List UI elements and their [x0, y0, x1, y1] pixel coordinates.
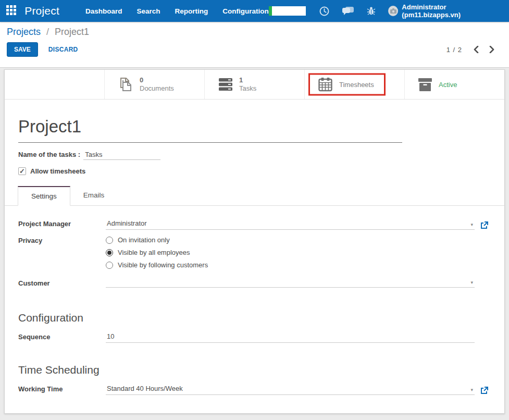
- apps-menu-icon[interactable]: [6, 5, 17, 17]
- clock-icon[interactable]: [319, 6, 329, 16]
- debug-bug-icon[interactable]: [367, 6, 376, 16]
- allow-timesheets-row: ✓ Allow timesheets: [18, 167, 504, 175]
- privacy-option-employees[interactable]: Visible by all employees: [106, 249, 475, 256]
- pager-next-icon[interactable]: [485, 45, 499, 54]
- documents-button[interactable]: 0 Documents: [104, 70, 204, 99]
- tasks-button[interactable]: 1 Tasks: [204, 70, 304, 99]
- project-manager-input[interactable]: Administrator: [106, 219, 475, 230]
- project-title-field[interactable]: Project1: [18, 117, 402, 143]
- tab-settings[interactable]: Settings: [18, 186, 70, 206]
- documents-label: Documents: [140, 84, 174, 93]
- chevron-down-icon[interactable]: ▾: [470, 280, 473, 285]
- customer-label: Customer: [18, 279, 106, 288]
- working-time-row: Working Time Standard 40 Hours/Week ▾: [18, 385, 504, 395]
- working-time-input[interactable]: Standard 40 Hours/Week: [106, 385, 475, 395]
- radio-selected-icon[interactable]: [106, 249, 113, 256]
- configuration-section-heading: Configuration: [18, 312, 504, 324]
- discard-button[interactable]: DISCARD: [48, 46, 78, 53]
- timesheets-button[interactable]: Timesheets: [304, 70, 404, 99]
- customer-row: Customer ▾: [18, 279, 504, 288]
- privacy-row: Privacy On invitation only Visible by al…: [18, 236, 504, 274]
- form-sheet: 0 Documents 1 Tasks Timesheets Active: [4, 69, 505, 414]
- pager-value: 1 / 2: [446, 46, 462, 54]
- allow-timesheets-label: Allow timesheets: [30, 167, 85, 175]
- user-name: Administrator (pm11.bizapps.vn): [402, 3, 503, 19]
- privacy-option-invitation[interactable]: On invitation only: [106, 236, 475, 244]
- button-box: 0 Documents 1 Tasks Timesheets Active: [5, 70, 504, 100]
- breadcrumb-separator: /: [46, 27, 49, 37]
- pager-previous-icon[interactable]: [469, 45, 483, 54]
- menu-dashboard[interactable]: Dashboard: [85, 7, 122, 15]
- archive-box-icon: [418, 78, 432, 91]
- tasks-count: 1: [239, 76, 256, 84]
- task-name-input[interactable]: Tasks: [83, 151, 160, 160]
- documents-count: 0: [140, 76, 174, 84]
- breadcrumb-projects-link[interactable]: Projects: [7, 27, 41, 37]
- menu-configuration[interactable]: Configuration: [222, 7, 268, 15]
- calendar-icon: [318, 77, 332, 92]
- documents-icon: [118, 77, 133, 92]
- menu-reporting[interactable]: Reporting: [175, 7, 208, 15]
- settings-tab-content: Project Manager Administrator ▾ Privacy …: [5, 206, 504, 395]
- external-link-icon[interactable]: [480, 221, 488, 229]
- active-toggle-button[interactable]: Active: [404, 70, 504, 99]
- sequence-label: Sequence: [18, 332, 106, 343]
- tasks-list-icon: [218, 78, 233, 91]
- sequence-input[interactable]: 10: [106, 332, 475, 343]
- user-menu[interactable]: Administrator (pm11.bizapps.vn): [388, 3, 503, 19]
- external-link-icon[interactable]: [480, 387, 488, 394]
- customer-input[interactable]: [106, 279, 475, 288]
- systray-timer-box[interactable]: [269, 6, 306, 16]
- time-scheduling-section-heading: Time Scheduling: [18, 364, 504, 376]
- chevron-down-icon[interactable]: ▾: [470, 387, 473, 392]
- control-panel-buttons: SAVE DISCARD 1 / 2: [7, 42, 499, 57]
- main-menu: Dashboard Search Reporting Configuration: [85, 7, 269, 15]
- save-button[interactable]: SAVE: [7, 42, 38, 57]
- project-manager-row: Project Manager Administrator ▾: [18, 219, 504, 230]
- radio-unselected-icon[interactable]: [106, 262, 113, 269]
- tasks-label: Tasks: [239, 84, 256, 93]
- app-name[interactable]: Project: [24, 5, 59, 17]
- active-label: Active: [439, 81, 457, 89]
- button-box-empty-cell: [5, 70, 104, 99]
- radio-unselected-icon[interactable]: [106, 237, 113, 244]
- chevron-down-icon[interactable]: ▾: [470, 222, 473, 227]
- timesheets-label: Timesheets: [339, 81, 374, 89]
- breadcrumb-current: Project1: [55, 27, 89, 37]
- task-name-row: Name of the tasks : Tasks: [18, 151, 504, 160]
- project-manager-label: Project Manager: [18, 219, 106, 230]
- privacy-option-customers[interactable]: Visible by following customers: [106, 261, 475, 269]
- project-title[interactable]: Project1: [18, 117, 402, 137]
- working-time-label: Working Time: [18, 385, 106, 395]
- tab-emails[interactable]: Emails: [70, 186, 118, 205]
- user-avatar: [388, 6, 398, 16]
- top-navbar: Project Dashboard Search Reporting Confi…: [0, 0, 509, 22]
- content-area: 0 Documents 1 Tasks Timesheets Active: [0, 68, 509, 414]
- pager: 1 / 2: [446, 45, 499, 54]
- task-name-label: Name of the tasks :: [18, 151, 80, 158]
- menu-search[interactable]: Search: [136, 7, 160, 15]
- privacy-label: Privacy: [18, 236, 106, 274]
- control-panel: Projects / Project1 SAVE DISCARD 1 / 2: [0, 22, 509, 68]
- breadcrumb: Projects / Project1: [7, 27, 499, 38]
- sequence-row: Sequence 10: [18, 332, 504, 343]
- notebook-tabs: Settings Emails: [5, 186, 504, 206]
- allow-timesheets-checkbox[interactable]: ✓: [18, 167, 26, 175]
- messages-icon[interactable]: [342, 6, 354, 16]
